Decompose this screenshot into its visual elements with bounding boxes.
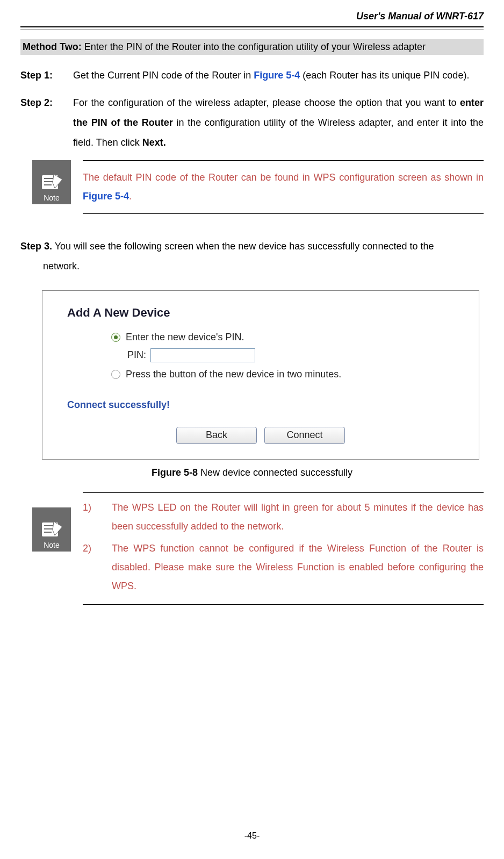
step-2-p1: For the configuration of the wireless ad… xyxy=(73,97,460,108)
radio-option-press-button[interactable]: Press the button of the new device in tw… xyxy=(111,369,454,380)
page-number: -45- xyxy=(0,831,504,841)
note-icon-2-label: Note xyxy=(44,541,60,549)
radio-option-enter-pin[interactable]: Enter the new device's PIN. xyxy=(111,332,454,343)
step-3: Step 3. You will see the following scree… xyxy=(20,237,484,276)
step-2-bold2: Next. xyxy=(142,137,166,148)
figure-ref-5-4-b[interactable]: Figure 5-4 xyxy=(83,191,129,202)
figure-caption-bold: Figure 5-8 xyxy=(152,467,198,478)
step-1-text-after: (each Router has its unique PIN code). xyxy=(300,70,469,81)
pin-input[interactable] xyxy=(150,348,255,362)
note-block-2: Note 1) The WPS LED on the Router will l… xyxy=(32,492,484,605)
radio-selected-icon[interactable] xyxy=(111,333,120,342)
figure-ref-5-4[interactable]: Figure 5-4 xyxy=(254,70,300,81)
radio-opt2-label: Press the button of the new device in tw… xyxy=(126,369,341,380)
connect-button[interactable]: Connect xyxy=(264,427,345,444)
figure-5-8-box: Add A New Device Enter the new device's … xyxy=(42,290,479,460)
note-icon: Note xyxy=(32,160,71,204)
note-1-text: The default PIN code of the Router can b… xyxy=(83,160,484,214)
radio-opt1-label: Enter the new device's PIN. xyxy=(126,332,244,343)
note-1-t1: The default PIN code of the Router can b… xyxy=(83,172,484,183)
step-1-text-before: Get the Current PIN code of the Router i… xyxy=(73,70,254,81)
note-2-item-2-text: The WPS function cannot be configured if… xyxy=(112,539,484,596)
figure-caption: Figure 5-8 New device connected successf… xyxy=(20,467,484,478)
note-icon-2: Note xyxy=(32,507,71,552)
note-2-item-1-num: 1) xyxy=(83,498,97,536)
note-2-list: 1) The WPS LED on the Router will light … xyxy=(83,492,484,605)
method-two-heading: Method Two: Enter the PIN of the Router … xyxy=(20,39,484,55)
connect-success-message: Connect successfully! xyxy=(67,399,454,411)
note-2-item-1: 1) The WPS LED on the Router will light … xyxy=(83,498,484,536)
note-icon-label: Note xyxy=(44,194,60,202)
note-block-1: Note The default PIN code of the Router … xyxy=(32,160,484,214)
note-2-item-1-text: The WPS LED on the Router will light in … xyxy=(112,498,484,536)
figure-title: Add A New Device xyxy=(67,306,454,320)
note-2-item-2-num: 2) xyxy=(83,539,97,596)
page-header-title: User's Manual of WNRT-617 xyxy=(20,11,484,27)
step-3-label: Step 3. xyxy=(20,241,52,252)
radio-unselected-icon[interactable] xyxy=(111,370,120,379)
note-2-item-2: 2) The WPS function cannot be configured… xyxy=(83,539,484,596)
step-2: Step 2: For the configuration of the wir… xyxy=(20,93,484,153)
step-1: Step 1: Get the Current PIN code of the … xyxy=(20,66,484,85)
figure-caption-rest: New device connected successfully xyxy=(198,467,352,478)
step-1-body: Get the Current PIN code of the Router i… xyxy=(73,66,484,85)
step-1-label: Step 1: xyxy=(20,66,63,85)
method-text: Enter the PIN of the Router into the con… xyxy=(82,41,426,52)
step-2-label: Step 2: xyxy=(20,93,63,153)
step-3-body: You will see the following screen when t… xyxy=(52,241,434,252)
header-divider xyxy=(20,29,484,30)
pin-label: PIN: xyxy=(127,349,146,361)
note-1-t2: . xyxy=(129,191,132,202)
step-3-line2: network. xyxy=(43,256,484,276)
button-row: Back Connect xyxy=(67,427,454,444)
step-2-body: For the configuration of the wireless ad… xyxy=(73,93,484,153)
method-prefix: Method Two: xyxy=(23,41,82,52)
pin-row: PIN: xyxy=(127,348,454,362)
back-button[interactable]: Back xyxy=(176,427,257,444)
